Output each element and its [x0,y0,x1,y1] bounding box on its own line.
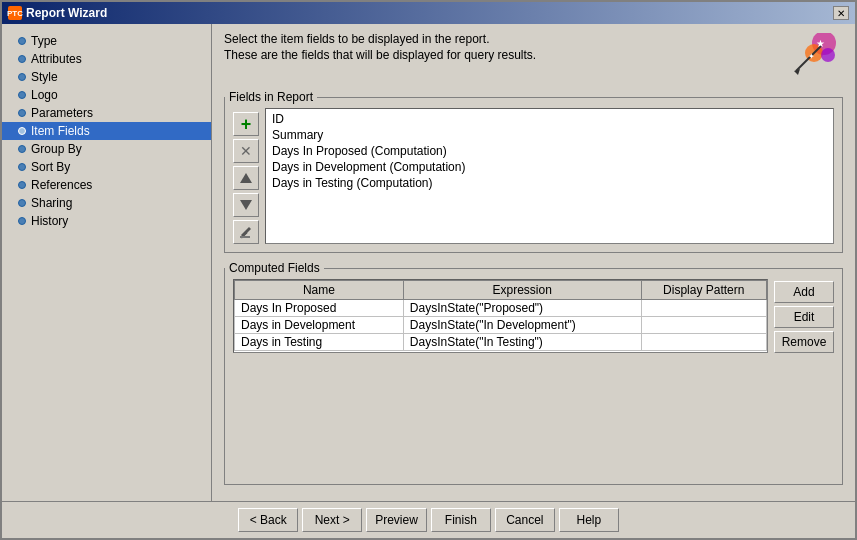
sidebar-bullet [18,145,26,153]
sidebar-bullet [18,127,26,135]
fields-in-report-legend: Fields in Report [225,90,317,104]
table-row[interactable]: Days in Development DaysInState("In Deve… [235,317,767,334]
sidebar-bullet [18,199,26,207]
header-text: Select the item fields to be displayed i… [224,32,783,64]
sidebar-label-type: Type [31,34,57,48]
report-wizard-window: PTC Report Wizard ✕ Type Attributes Styl… [0,0,857,540]
sidebar-label-history: History [31,214,68,228]
computed-name-3: Days in Testing [235,334,404,351]
computed-edit-button[interactable]: Edit [774,306,834,328]
svg-marker-7 [240,173,252,183]
logo-area: ★ ✦ [783,32,843,82]
sidebar-label-attributes: Attributes [31,52,82,66]
sidebar-label-parameters: Parameters [31,106,93,120]
computed-pattern-3 [641,334,766,351]
computed-table: Name Expression Display Pattern Days In … [234,280,767,351]
sidebar-item-style[interactable]: Style [2,68,211,86]
description-line2: These are the fields that will be displa… [224,48,783,62]
sidebar-label-item-fields: Item Fields [31,124,90,138]
description-line1: Select the item fields to be displayed i… [224,32,783,46]
sidebar-item-sort-by[interactable]: Sort By [2,158,211,176]
sidebar: Type Attributes Style Logo Parameters It… [2,24,212,501]
back-button[interactable]: < Back [238,508,298,532]
col-header-expression: Expression [403,281,641,300]
cancel-button[interactable]: Cancel [495,508,555,532]
sidebar-label-references: References [31,178,92,192]
fields-list: ID Summary Days In Proposed (Computation… [265,108,834,244]
move-down-button[interactable] [233,193,259,217]
main-content: Type Attributes Style Logo Parameters It… [2,24,855,501]
field-item-id[interactable]: ID [270,111,829,127]
window-title: Report Wizard [26,6,107,20]
sidebar-label-group-by: Group By [31,142,82,156]
computed-pattern-1 [641,300,766,317]
move-up-button[interactable] [233,166,259,190]
logo-icon: ★ ✦ [786,33,841,81]
sidebar-label-style: Style [31,70,58,84]
sidebar-bullet [18,217,26,225]
right-panel: Select the item fields to be displayed i… [212,24,855,501]
header-area: Select the item fields to be displayed i… [224,32,843,82]
sidebar-bullet [18,73,26,81]
preview-button[interactable]: Preview [366,508,427,532]
col-header-name: Name [235,281,404,300]
sidebar-item-item-fields[interactable]: Item Fields [2,122,211,140]
col-header-display-pattern: Display Pattern [641,281,766,300]
svg-rect-11 [240,236,250,238]
field-item-proposed[interactable]: Days In Proposed (Computation) [270,143,829,159]
computed-pattern-2 [641,317,766,334]
sidebar-bullet [18,91,26,99]
sidebar-item-type[interactable]: Type [2,32,211,50]
computed-fields-content: Name Expression Display Pattern Days In … [225,275,842,361]
computed-expr-2: DaysInState("In Development") [403,317,641,334]
close-button[interactable]: ✕ [833,6,849,20]
sidebar-bullet [18,37,26,45]
remove-field-button[interactable]: ✕ [233,139,259,163]
sidebar-item-parameters[interactable]: Parameters [2,104,211,122]
sidebar-label-sharing: Sharing [31,196,72,210]
sidebar-bullet [18,55,26,63]
field-item-development[interactable]: Days in Development (Computation) [270,159,829,175]
svg-text:★: ★ [816,38,825,49]
help-button[interactable]: Help [559,508,619,532]
svg-marker-10 [241,227,251,237]
sidebar-item-group-by[interactable]: Group By [2,140,211,158]
computed-table-wrapper: Name Expression Display Pattern Days In … [233,279,768,353]
next-button[interactable]: Next > [302,508,362,532]
computed-fields-legend: Computed Fields [225,261,324,275]
finish-button[interactable]: Finish [431,508,491,532]
fields-in-report-group: Fields in Report + ✕ [224,90,843,253]
sidebar-item-sharing[interactable]: Sharing [2,194,211,212]
title-bar: PTC Report Wizard ✕ [2,2,855,24]
computed-name-1: Days In Proposed [235,300,404,317]
computed-remove-button[interactable]: Remove [774,331,834,353]
edit-field-button[interactable] [233,220,259,244]
add-field-button[interactable]: + [233,112,259,136]
computed-add-button[interactable]: Add [774,281,834,303]
computed-fields-group: Computed Fields Name Expression Display … [224,261,843,485]
svg-point-2 [821,48,835,62]
fields-in-report-content: + ✕ [225,104,842,252]
table-row[interactable]: Days in Testing DaysInState("In Testing"… [235,334,767,351]
sidebar-bullet [18,163,26,171]
svg-text:✦: ✦ [808,52,815,61]
field-action-buttons: + ✕ [233,108,259,244]
sidebar-label-sort-by: Sort By [31,160,70,174]
sidebar-bullet [18,181,26,189]
field-item-summary[interactable]: Summary [270,127,829,143]
sidebar-item-attributes[interactable]: Attributes [2,50,211,68]
bottom-bar: < Back Next > Preview Finish Cancel Help [2,501,855,538]
field-item-testing[interactable]: Days in Testing (Computation) [270,175,829,191]
sidebar-bullet [18,109,26,117]
sidebar-item-references[interactable]: References [2,176,211,194]
computed-expr-3: DaysInState("In Testing") [403,334,641,351]
computed-name-2: Days in Development [235,317,404,334]
computed-expr-1: DaysInState("Proposed") [403,300,641,317]
sidebar-item-history[interactable]: History [2,212,211,230]
svg-marker-8 [240,200,252,210]
app-icon: PTC [8,6,22,20]
computed-action-buttons: Add Edit Remove [774,279,834,353]
table-row[interactable]: Days In Proposed DaysInState("Proposed") [235,300,767,317]
sidebar-label-logo: Logo [31,88,58,102]
sidebar-item-logo[interactable]: Logo [2,86,211,104]
